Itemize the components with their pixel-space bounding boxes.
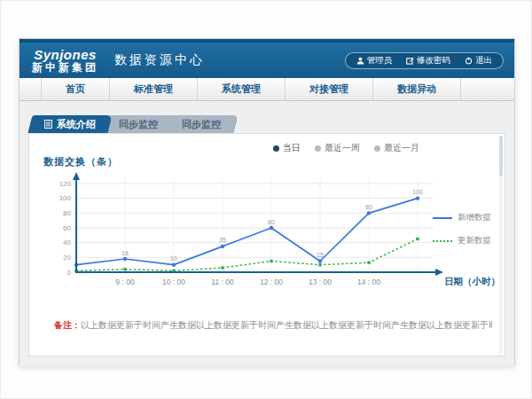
company-logo: Synjones 新中新集团 xyxy=(32,48,98,73)
svg-text:35: 35 xyxy=(219,237,226,243)
svg-text:13 : 00: 13 : 00 xyxy=(309,278,332,286)
tab-bar: 系统介绍 同步监控 同步监控 xyxy=(30,115,231,133)
footnote: 备注：以上数据更新于时间产生数据以上数据更新于时间产生数据以上数据更新于时间产生… xyxy=(54,319,492,332)
user-toolbar: 管理员 修改密码 退出 xyxy=(345,52,505,69)
radio-icon xyxy=(374,145,380,152)
footnote-text: 以上数据更新于时间产生数据以上数据更新于时间产生数据以上数据更新于时间产生数据以… xyxy=(81,320,492,330)
svg-text:10 : 00: 10 : 00 xyxy=(162,278,185,286)
radio-label: 最近一周 xyxy=(325,142,360,154)
current-user-label: 管理员 xyxy=(367,55,393,66)
svg-text:20: 20 xyxy=(63,254,71,262)
chart-panel: 当日 最近一周 最近一月 数据交换（条） 0204060801001209 : … xyxy=(28,133,505,356)
radio-label: 最近一月 xyxy=(384,142,419,154)
tab-sync-monitor-1[interactable]: 同步监控 xyxy=(103,115,176,133)
svg-text:40: 40 xyxy=(63,239,71,246)
solid-line-icon xyxy=(433,217,452,219)
app-header: Synjones 新中新集团 数据资源中心 管理员 修改密码 xyxy=(20,43,514,78)
radio-icon xyxy=(315,145,321,152)
legend-item-updated-data[interactable]: 更新数据 xyxy=(433,235,500,246)
change-password-button[interactable]: 修改密码 xyxy=(399,55,458,66)
svg-text:100: 100 xyxy=(412,189,423,195)
tab-system-intro[interactable]: 系统介绍 xyxy=(28,115,113,133)
radio-last-month[interactable]: 最近一月 xyxy=(374,142,419,154)
svg-text:9 : 00: 9 : 00 xyxy=(115,278,135,286)
radio-today[interactable]: 当日 xyxy=(273,142,301,154)
page: Synjones 新中新集团 数据资源中心 管理员 修改密码 xyxy=(0,0,532,399)
line-chart: 0204060801001209 : 0010 : 0011 : 0012 : … xyxy=(36,166,462,299)
app-window: Synjones 新中新集团 数据资源中心 管理员 修改密码 xyxy=(19,38,515,366)
svg-text:18: 18 xyxy=(121,250,129,256)
main-nav: 首页 标准管理 系统管理 对接管理 数据异动 xyxy=(20,78,514,101)
x-axis-title: 日期（小时） xyxy=(444,276,500,288)
power-icon xyxy=(465,57,473,65)
nav-item-standard-mgmt[interactable]: 标准管理 xyxy=(110,78,198,100)
document-icon xyxy=(44,119,52,129)
svg-text:0: 0 xyxy=(67,269,72,277)
logout-label: 退出 xyxy=(475,55,492,66)
panel-scrollbar[interactable] xyxy=(499,136,503,354)
radio-last-week[interactable]: 最近一周 xyxy=(315,142,360,154)
nav-item-interface-mgmt[interactable]: 对接管理 xyxy=(286,78,373,100)
page-title: 数据资源中心 xyxy=(114,52,205,68)
tab-label: 系统介绍 xyxy=(57,118,96,131)
dotted-line-icon xyxy=(433,240,452,242)
nav-item-data-change[interactable]: 数据异动 xyxy=(373,78,461,100)
tab-sync-monitor-2[interactable]: 同步监控 xyxy=(166,115,239,133)
logo-chinese-text: 新中新集团 xyxy=(32,62,98,74)
svg-text:80: 80 xyxy=(63,209,71,217)
svg-text:12 : 00: 12 : 00 xyxy=(260,278,283,286)
legend-item-new-data[interactable]: 新增数据 xyxy=(433,212,500,223)
content-area: 系统介绍 同步监控 同步监控 当日 xyxy=(20,101,514,366)
current-user-button[interactable]: 管理员 xyxy=(349,55,400,66)
svg-text:80: 80 xyxy=(365,204,372,210)
svg-text:10: 10 xyxy=(170,255,177,262)
svg-text:14 : 00: 14 : 00 xyxy=(357,278,380,286)
time-range-radio-group: 当日 最近一周 最近一月 xyxy=(273,142,419,154)
svg-text:11 : 00: 11 : 00 xyxy=(211,278,234,286)
change-password-label: 修改密码 xyxy=(417,55,450,66)
radio-label: 当日 xyxy=(283,142,301,154)
legend-label: 更新数据 xyxy=(458,235,491,246)
tab-label: 同步监控 xyxy=(119,118,158,131)
nav-item-home[interactable]: 首页 xyxy=(41,78,110,100)
nav-item-system-mgmt[interactable]: 系统管理 xyxy=(198,78,286,100)
legend-label: 新增数据 xyxy=(458,212,491,223)
logout-button[interactable]: 退出 xyxy=(458,55,499,66)
svg-text:100: 100 xyxy=(59,194,72,202)
edit-icon xyxy=(406,57,414,65)
radio-icon xyxy=(273,145,279,152)
svg-text:120: 120 xyxy=(59,180,72,188)
svg-text:15: 15 xyxy=(317,252,324,258)
tab-label: 同步监控 xyxy=(182,118,221,131)
user-icon xyxy=(356,57,364,65)
footnote-label: 备注： xyxy=(54,320,81,330)
scrollbar-thumb[interactable] xyxy=(499,136,503,176)
svg-text:60: 60 xyxy=(268,219,275,225)
logo-english-text: Synjones xyxy=(34,48,97,62)
svg-text:60: 60 xyxy=(63,224,71,232)
chart-legend: 新增数据 更新数据 xyxy=(433,212,500,258)
